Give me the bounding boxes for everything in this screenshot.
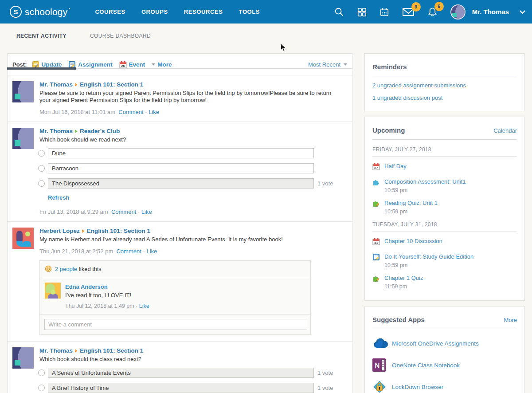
calendar-icon[interactable]	[379, 7, 389, 17]
notifications-bell-icon[interactable]: 6	[427, 7, 438, 17]
comment-link[interactable]: Comment	[111, 208, 136, 215]
onenote-icon: N	[372, 358, 386, 372]
comments-panel: 2 people liked this Edna Anderson I've r…	[39, 260, 311, 335]
avatar[interactable]	[45, 283, 61, 299]
like-link[interactable]: Like	[149, 109, 159, 115]
event-link[interactable]: Composition Assessment: Unit1	[384, 178, 466, 185]
app-link[interactable]: Microsoft OneDrive Assignments	[392, 340, 479, 347]
post-course-link[interactable]: English 101: Section 1	[80, 81, 143, 88]
write-comment-input[interactable]	[44, 319, 307, 330]
event-icon: 26	[119, 61, 127, 68]
post-event-label: Event	[129, 61, 145, 68]
poll-option[interactable]: The Dispossessed	[48, 178, 314, 189]
sort-dropdown[interactable]: Most Recent	[308, 61, 347, 68]
user-avatar[interactable]	[450, 4, 466, 20]
like-link[interactable]: Like	[139, 303, 149, 309]
post-author-link[interactable]: Mr. Thomas	[39, 81, 73, 88]
post-composer: Post: Update Assignment 26 Event More Mo…	[8, 54, 352, 75]
post-course-link[interactable]: English 101: Section 1	[80, 347, 143, 354]
liked-count-link[interactable]: 2 people	[55, 266, 77, 272]
reminder-link[interactable]: 2 ungraded assignment submissions	[372, 82, 517, 89]
app-link[interactable]: LockDown Browser	[392, 384, 443, 390]
poll: Dune Barracoon The Dispossessed 1 vote R…	[38, 148, 347, 201]
poll-option[interactable]: Dune	[48, 148, 314, 158]
post-footer: Mon Jul 16, 2018 at 11:01 am Comment · L…	[39, 109, 347, 115]
post-header: Mr. ThomasEnglish 101: Section 1	[39, 347, 347, 354]
chevron-down-icon	[344, 63, 347, 66]
messages-icon[interactable]: 3	[402, 7, 415, 17]
post-author-link[interactable]: Mr. Thomas	[39, 128, 73, 134]
event-link[interactable]: Reading Quiz: Unit 1	[384, 200, 438, 206]
svg-text:N: N	[375, 362, 380, 369]
upcoming-event: Do-It-Yourself: Study Guide Edition 10:5…	[372, 253, 517, 268]
search-icon[interactable]	[334, 7, 344, 17]
reminders-card: Reminders 2 ungraded assignment submissi…	[364, 53, 525, 111]
poll-radio[interactable]	[38, 180, 45, 187]
active-tab-indicator	[7, 67, 76, 70]
post-more-button[interactable]: More	[152, 61, 172, 68]
reminder-link[interactable]: 1 ungraded discussion post	[372, 94, 517, 101]
nav-item-resources[interactable]: RESOURCES	[184, 8, 223, 15]
poll-radio[interactable]	[38, 150, 45, 157]
event-link[interactable]: Chapter 10 Discussion	[384, 238, 442, 244]
poll-radio[interactable]	[38, 165, 45, 172]
event-link[interactable]: Do-It-Yourself: Study Guide Edition	[384, 253, 473, 260]
user-menu-chevron-icon[interactable]	[519, 10, 526, 14]
tab-recent-activity[interactable]: RECENT ACTIVITY	[7, 33, 76, 39]
user-menu[interactable]: Mr. Thomas	[472, 8, 509, 16]
avatar[interactable]	[12, 81, 34, 102]
svg-text:27: 27	[374, 166, 378, 170]
calendar-link[interactable]: Calendar	[493, 127, 517, 134]
nav-item-tools[interactable]: TOOLS	[239, 8, 260, 15]
messages-badge: 3	[411, 2, 421, 12]
post-event-button[interactable]: 26 Event	[119, 61, 145, 68]
comment: Edna Anderson I've read it too, I LOVE I…	[40, 277, 310, 315]
liked-suffix: liked this	[79, 266, 102, 272]
post-timestamp: Thu Jun 21, 2018 at 2:52 pm	[39, 248, 113, 255]
post-author-link[interactable]: Mr. Thomas	[39, 347, 73, 354]
apps-grid-icon[interactable]	[357, 7, 367, 17]
suggested-app[interactable]: Microsoft OneDrive Assignments	[372, 336, 517, 351]
app-link[interactable]: OneNote Class Notebook	[392, 362, 460, 369]
schoology-logo[interactable]: S schoology	[10, 6, 67, 18]
suggested-app[interactable]: N OneNote Class Notebook	[372, 358, 517, 373]
comment-link[interactable]: Comment	[118, 109, 143, 115]
separator: ·	[138, 208, 140, 215]
event-link[interactable]: Half Day	[384, 163, 407, 169]
post-timestamp: Mon Jul 16, 2018 at 11:01 am	[39, 109, 115, 115]
upcoming-event: Reading Quiz: Unit 1 10:59 pm	[372, 200, 517, 215]
avatar[interactable]	[12, 228, 34, 249]
poll-option[interactable]: A Brief History of Time	[48, 383, 314, 393]
poll-option[interactable]: Barracoon	[48, 163, 314, 173]
poll-option[interactable]: A Series of Unfortunate Events	[48, 368, 314, 378]
post-author-link[interactable]: Herbert Lopez	[39, 228, 80, 234]
tab-course-dashboard[interactable]: COURSE DASHBOARD	[90, 33, 151, 39]
poll-votes: 1 vote	[317, 385, 333, 391]
nav-item-courses[interactable]: COURSES	[95, 8, 125, 15]
write-comment-row	[40, 315, 310, 334]
poll-refresh-link[interactable]: Refresh	[48, 194, 69, 201]
upcoming-event: Chapter 1 Quiz 11:59 pm	[372, 275, 517, 290]
like-link[interactable]: Like	[141, 208, 152, 215]
comment-author-link[interactable]: Edna Anderson	[65, 283, 108, 290]
post-course-link[interactable]: English 101: Section 1	[87, 228, 150, 234]
event-link[interactable]: Chapter 1 Quiz	[384, 275, 423, 281]
post-more-label: More	[157, 61, 172, 68]
post-footer: Thu Jun 21, 2018 at 2:52 pm Comment · Li…	[39, 248, 347, 255]
poll-radio[interactable]	[38, 369, 45, 376]
post-course-link[interactable]: Reader's Club	[80, 128, 120, 134]
nav-item-groups[interactable]: GROUPS	[141, 8, 168, 15]
post-body: Please be sure to return your signed Par…	[39, 90, 337, 104]
poll-radio[interactable]	[38, 385, 45, 391]
event-time: 10:59 pm	[384, 187, 466, 193]
avatar[interactable]	[12, 347, 34, 369]
comment-link[interactable]: Comment	[116, 248, 141, 255]
suggested-app[interactable]: LockDown Browser	[372, 379, 517, 393]
poll-option-row: A Brief History of Time 1 vote	[38, 383, 347, 393]
avatar[interactable]	[12, 128, 34, 149]
post-header: Herbert LopezEnglish 101: Section 1	[39, 228, 347, 234]
more-apps-link[interactable]: More	[504, 317, 517, 323]
separator: ·	[136, 303, 137, 309]
svg-text:26: 26	[121, 64, 125, 68]
like-link[interactable]: Like	[146, 248, 157, 255]
